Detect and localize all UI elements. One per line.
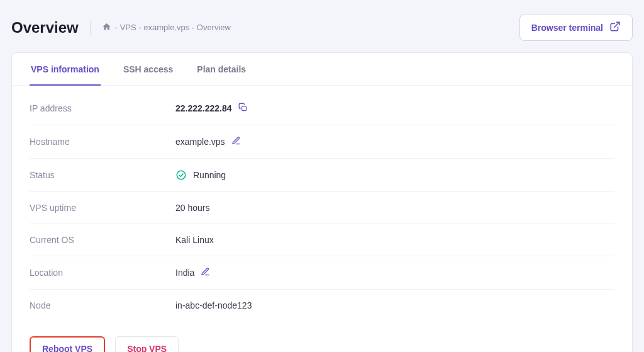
value-hostname: example.vps — [175, 136, 241, 147]
os-text: Kali Linux — [175, 235, 214, 245]
breadcrumb: - VPS - example.vps - Overview — [102, 22, 231, 33]
label-status: Status — [30, 170, 175, 180]
row-ip-address: IP address 22.222.222.84 — [30, 92, 614, 125]
ip-address-text: 22.222.222.84 — [175, 103, 232, 113]
label-ip-address: IP address — [30, 103, 175, 113]
header-left: Overview - VPS - example.vps - Overview — [11, 19, 231, 37]
vps-card: VPS information SSH access Plan details … — [11, 52, 633, 352]
row-node: Node in-abc-def-node123 — [30, 290, 614, 321]
label-hostname: Hostname — [30, 137, 175, 147]
tabs: VPS information SSH access Plan details — [12, 53, 632, 86]
tab-vps-information[interactable]: VPS information — [30, 53, 101, 86]
row-location: Location India — [30, 256, 614, 290]
stop-vps-button[interactable]: Stop VPS — [115, 336, 179, 352]
divider — [90, 21, 91, 35]
label-os: Current OS — [30, 235, 175, 245]
status-text: Running — [193, 170, 226, 180]
reboot-vps-button[interactable]: Reboot VPS — [30, 336, 105, 352]
actions-row: Reboot VPS Stop VPS — [12, 332, 632, 352]
details-table: IP address 22.222.222.84 Hostname exampl… — [12, 86, 632, 332]
node-text: in-abc-def-node123 — [175, 300, 252, 310]
value-node: in-abc-def-node123 — [175, 300, 252, 310]
browser-terminal-label: Browser terminal — [531, 23, 603, 33]
svg-point-2 — [177, 171, 186, 179]
edit-icon[interactable] — [231, 136, 241, 147]
tab-plan-details[interactable]: Plan details — [196, 53, 247, 86]
svg-rect-1 — [242, 106, 246, 111]
row-hostname: Hostname example.vps — [30, 125, 614, 159]
edit-icon[interactable] — [201, 267, 210, 278]
label-location: Location — [30, 268, 175, 278]
tab-ssh-access[interactable]: SSH access — [122, 53, 174, 86]
check-circle-icon — [175, 169, 187, 181]
row-uptime: VPS uptime 20 hours — [30, 192, 614, 224]
value-os: Kali Linux — [175, 235, 214, 245]
copy-icon[interactable] — [238, 103, 248, 114]
row-os: Current OS Kali Linux — [30, 224, 614, 256]
svg-line-0 — [614, 22, 619, 27]
value-status: Running — [175, 169, 226, 181]
external-link-icon — [609, 21, 621, 34]
hostname-text: example.vps — [175, 137, 225, 147]
breadcrumb-text: - VPS - example.vps - Overview — [115, 23, 231, 32]
location-text: India — [175, 268, 194, 278]
value-uptime: 20 hours — [175, 203, 209, 213]
page-title: Overview — [11, 19, 79, 37]
value-ip-address: 22.222.222.84 — [175, 103, 248, 114]
label-node: Node — [30, 300, 175, 310]
row-status: Status Running — [30, 159, 614, 192]
label-uptime: VPS uptime — [30, 203, 175, 213]
home-icon[interactable] — [102, 22, 111, 33]
value-location: India — [175, 267, 210, 278]
browser-terminal-button[interactable]: Browser terminal — [519, 14, 633, 41]
page-header: Overview - VPS - example.vps - Overview … — [0, 0, 644, 52]
uptime-text: 20 hours — [175, 203, 209, 213]
